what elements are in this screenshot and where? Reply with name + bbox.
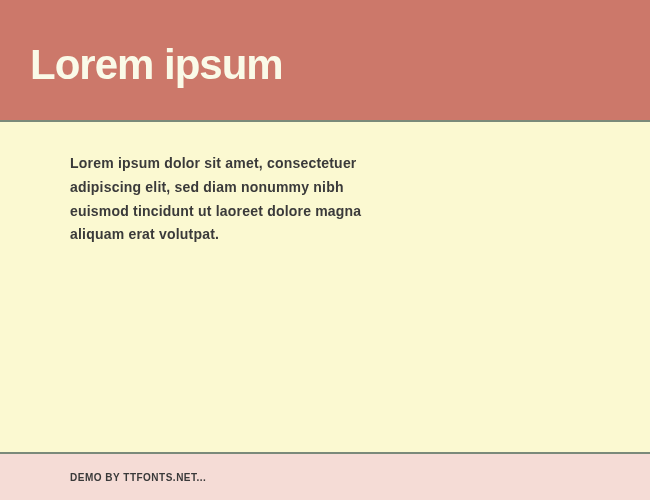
header: Lorem ipsum bbox=[0, 0, 650, 120]
footer-credit: DEMO BY TTFONTS.NET... bbox=[70, 472, 580, 483]
footer: DEMO BY TTFONTS.NET... bbox=[0, 454, 650, 500]
body-text: Lorem ipsum dolor sit amet, consectetuer… bbox=[70, 152, 370, 247]
content-area: Lorem ipsum dolor sit amet, consectetuer… bbox=[0, 122, 650, 452]
header-title: Lorem ipsum bbox=[30, 41, 283, 89]
